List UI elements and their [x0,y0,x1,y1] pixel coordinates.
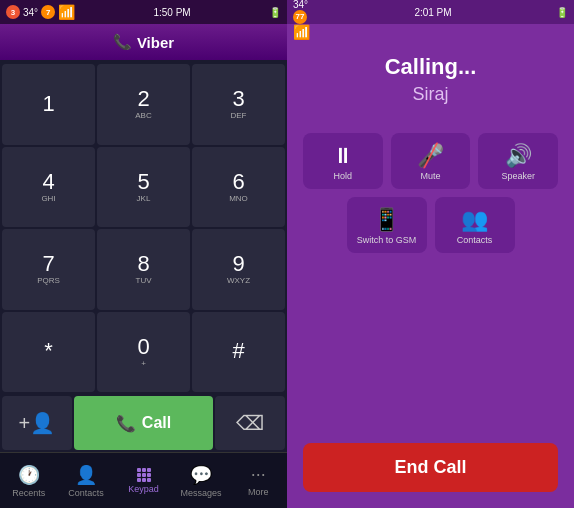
action-row: +👤 📞 Call ⌫ [2,396,285,450]
nav-item-more[interactable]: ··· More [230,453,287,508]
battery-right: 🔋 [556,7,568,18]
mute-label: Mute [421,171,441,181]
call-button[interactable]: 📞 Call [74,396,214,450]
time-left: 1:50 PM [153,7,190,18]
calling-header: Calling... Siraj [287,24,574,125]
time-right: 2:01 PM [414,7,451,18]
contacts-nav-icon: 👤 [75,464,97,486]
dial-key-2[interactable]: 2ABC [97,64,190,145]
signal-icon: 3 [6,5,20,19]
speaker-button[interactable]: 🔊 Speaker [478,133,558,189]
contacts-nav-label: Contacts [68,488,104,498]
mic-off-icon: 🎤╱ [417,145,444,167]
app-name: Viber [137,34,174,51]
dialpad-area: 1 2ABC 3DEF 4GHI 5JKL 6MNO 7PQRS 8TUV 9W… [0,60,287,396]
viber-header: 📞 Viber [0,24,287,60]
backspace-button[interactable]: ⌫ [215,396,285,450]
dial-key-hash[interactable]: # [192,312,285,393]
battery-left: 🔋 [269,7,281,18]
more-nav-label: More [248,487,269,497]
dial-key-1[interactable]: 1 [2,64,95,145]
call-label: Call [142,414,171,432]
nav-item-recents[interactable]: 🕐 Recents [0,453,57,508]
call-controls: ⏸ Hold 🎤╱ Mute 🔊 Speaker 📱 Switch to GSM [287,125,574,284]
dial-key-4[interactable]: 4GHI [2,147,95,228]
dial-key-8[interactable]: 8TUV [97,229,190,310]
left-panel: 3 34° 7 📶 1:50 PM 🔋 📞 Viber 1 2ABC 3DEF … [0,0,287,508]
switch-gsm-label: Switch to GSM [357,235,417,245]
ctrl-row-2: 📱 Switch to GSM 👥 Contacts [303,197,558,253]
pause-icon: ⏸ [332,145,354,167]
dialpad-row-3: 7PQRS 8TUV 9WXYZ [2,229,285,310]
mute-button[interactable]: 🎤╱ Mute [391,133,471,189]
contacts-call-button[interactable]: 👥 Contacts [435,197,515,253]
more-icon: ··· [251,464,266,485]
contacts-call-label: Contacts [457,235,493,245]
recents-icon: 🕐 [18,464,40,486]
nav-item-messages[interactable]: 💬 Messages [172,453,229,508]
speaker-label: Speaker [501,171,535,181]
dialpad-row-4: * 0+ # [2,312,285,393]
phone-signal-icon: 📶 [58,4,75,20]
left-status-icons: 3 34° 7 📶 [6,4,75,20]
add-contact-button[interactable]: +👤 [2,396,72,450]
keypad-nav-label: Keypad [128,484,159,494]
dialpad-row-1: 1 2ABC 3DEF [2,64,285,145]
messages-icon: 💬 [190,464,212,486]
dial-key-9[interactable]: 9WXYZ [192,229,285,310]
calling-title: Calling... [385,54,477,80]
add-contact-icon: +👤 [19,411,56,435]
status-bar-right: 2 34° 77 📶 2:01 PM 🔋 [287,0,574,24]
dial-key-6[interactable]: 6MNO [192,147,285,228]
dial-key-5[interactable]: 5JKL [97,147,190,228]
hold-button[interactable]: ⏸ Hold [303,133,383,189]
ctrl-row-1: ⏸ Hold 🎤╱ Mute 🔊 Speaker [303,133,558,189]
dial-key-3[interactable]: 3DEF [192,64,285,145]
viber-logo-icon: 📞 [113,33,132,51]
calling-name: Siraj [412,84,448,105]
dial-key-7[interactable]: 7PQRS [2,229,95,310]
speaker-icon: 🔊 [505,145,532,167]
right-panel: 2 34° 77 📶 2:01 PM 🔋 Calling... Siraj ⏸ … [287,0,574,508]
status-bar-left: 3 34° 7 📶 1:50 PM 🔋 [0,0,287,24]
messages-nav-label: Messages [180,488,221,498]
right-shield-icon: 77 [293,10,307,24]
hold-label: Hold [334,171,353,181]
nav-item-contacts[interactable]: 👤 Contacts [57,453,114,508]
gsm-icon: 📱 [373,209,400,231]
temp-left: 34° [23,7,38,18]
backspace-icon: ⌫ [236,411,264,435]
nav-item-keypad[interactable]: Keypad [115,453,172,508]
temp-right: 34° [293,0,308,10]
contacts2-icon: 👥 [461,209,488,231]
dial-key-star[interactable]: * [2,312,95,393]
call-phone-icon: 📞 [116,414,136,433]
recents-label: Recents [12,488,45,498]
keypad-icon [137,468,151,482]
switch-gsm-button[interactable]: 📱 Switch to GSM [347,197,427,253]
spacer [287,284,574,427]
shield-icon: 7 [41,5,55,19]
end-call-area: End Call [287,427,574,508]
dial-key-0[interactable]: 0+ [97,312,190,393]
dialpad-row-2: 4GHI 5JKL 6MNO [2,147,285,228]
end-call-button[interactable]: End Call [303,443,558,492]
bottom-nav: 🕐 Recents 👤 Contacts Keypad 💬 Messages ·… [0,452,287,508]
